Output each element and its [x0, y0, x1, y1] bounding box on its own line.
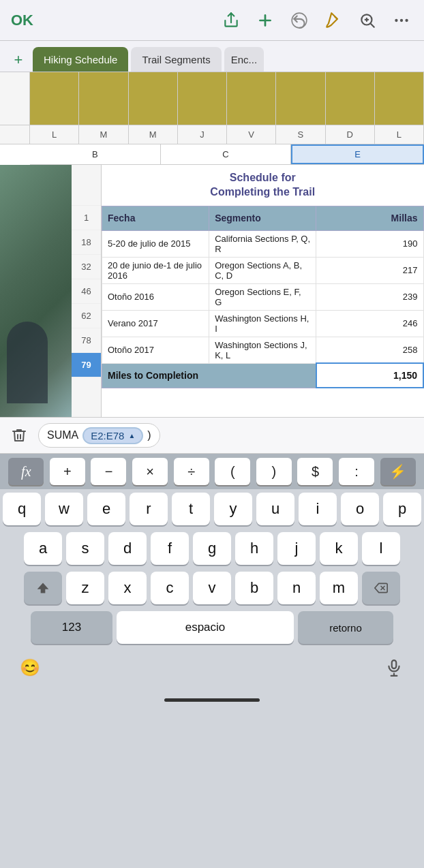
key-n[interactable]: n: [277, 572, 316, 604]
colon-key[interactable]: :: [339, 458, 374, 485]
formula-range-pill[interactable]: E2:E78 ▲: [82, 427, 143, 444]
row-num-78[interactable]: 78: [72, 328, 101, 353]
key-m[interactable]: m: [320, 572, 358, 604]
header-fecha[interactable]: Fecha: [102, 206, 209, 230]
cell-millas-46[interactable]: 239: [316, 283, 423, 310]
formula-cell-B[interactable]: B: [30, 144, 161, 164]
row-num-62[interactable]: 62: [72, 304, 101, 328]
key-a[interactable]: a: [24, 532, 62, 565]
header-segmento[interactable]: Segmento: [209, 206, 316, 230]
minus-key[interactable]: −: [91, 458, 126, 485]
key-k[interactable]: k: [320, 532, 358, 565]
table-total-row: Miles to Completion 1,150: [102, 363, 424, 388]
lparen-key[interactable]: (: [215, 458, 250, 485]
cell-millas-62[interactable]: 246: [316, 310, 423, 337]
key-d[interactable]: d: [108, 532, 147, 565]
plus-key[interactable]: +: [50, 458, 85, 485]
div-key[interactable]: ÷: [174, 458, 209, 485]
cell-segmento-32[interactable]: Oregon Sections A, B, C, D: [209, 257, 316, 283]
total-value[interactable]: 1,150: [316, 363, 423, 388]
cell-millas-32[interactable]: 217: [316, 257, 423, 283]
key-e[interactable]: e: [87, 493, 125, 525]
fx-key[interactable]: fx: [8, 458, 44, 485]
total-label[interactable]: Miles to Completion: [102, 363, 316, 388]
cell-segmento-78[interactable]: Washington Sections J, K, L: [209, 337, 316, 363]
bolt-key[interactable]: ⚡: [380, 458, 416, 485]
undo-icon[interactable]: [288, 9, 311, 32]
key-u[interactable]: u: [256, 493, 294, 525]
photo-panel: [0, 165, 72, 417]
key-y[interactable]: y: [214, 493, 252, 525]
search-icon[interactable]: [356, 9, 379, 32]
add-sheet-button[interactable]: +: [7, 48, 30, 72]
share-icon[interactable]: [219, 9, 243, 32]
key-i[interactable]: i: [299, 493, 337, 525]
ok-button[interactable]: OK: [11, 12, 33, 29]
row-num-32[interactable]: 32: [72, 255, 101, 279]
brush-icon[interactable]: [322, 9, 345, 32]
key-p[interactable]: p: [383, 493, 421, 525]
num-key[interactable]: 123: [31, 611, 112, 644]
key-c[interactable]: c: [151, 572, 189, 604]
key-r[interactable]: r: [130, 493, 168, 525]
cell-segmento-46[interactable]: Oregon Sections E, F, G: [209, 283, 316, 310]
col-cell-7: [326, 72, 375, 125]
formula-cell-E[interactable]: E: [291, 144, 424, 164]
key-q[interactable]: q: [3, 493, 41, 525]
row-num-46[interactable]: 46: [72, 279, 101, 304]
tab-trail-segments[interactable]: Trail Segments: [131, 47, 221, 72]
cell-millas-18[interactable]: 190: [316, 230, 423, 257]
cell-segmento-18[interactable]: California Sections P, Q, R: [209, 230, 316, 257]
emoji-button[interactable]: 😊: [16, 654, 44, 681]
cell-fecha-32[interactable]: 20 de junio de-1 de julio 2016: [102, 257, 209, 283]
key-f[interactable]: f: [151, 532, 189, 565]
cell-segmento-62[interactable]: Washington Sections H, I: [209, 310, 316, 337]
delete-button[interactable]: [7, 423, 31, 448]
space-key[interactable]: espacio: [117, 611, 294, 644]
row-num-18[interactable]: 18: [72, 230, 101, 255]
cell-fecha-46[interactable]: Otoño 2016: [102, 283, 209, 310]
col-letter-V[interactable]: V: [227, 125, 276, 144]
key-b[interactable]: b: [235, 572, 273, 604]
col-letter-M1[interactable]: M: [79, 125, 128, 144]
key-v[interactable]: v: [193, 572, 231, 604]
key-l[interactable]: l: [362, 532, 400, 565]
key-h[interactable]: h: [235, 532, 273, 565]
cell-fecha-62[interactable]: Verano 2017: [102, 310, 209, 337]
svg-point-10: [405, 18, 408, 21]
tab-hiking-schedule[interactable]: Hiking Schedule: [33, 47, 128, 72]
add-icon[interactable]: [254, 9, 277, 32]
col-letter-J[interactable]: J: [178, 125, 227, 144]
row-num-1[interactable]: 1: [72, 206, 101, 230]
col-letter-S[interactable]: S: [276, 125, 325, 144]
key-g[interactable]: g: [193, 532, 231, 565]
backspace-key[interactable]: [362, 572, 400, 604]
col-letter-D[interactable]: D: [326, 125, 375, 144]
tab-enc[interactable]: Enc...: [224, 47, 264, 72]
cell-millas-78[interactable]: 258: [316, 337, 423, 363]
dollar-key[interactable]: $: [297, 458, 333, 485]
shift-key[interactable]: [24, 572, 62, 604]
key-t[interactable]: t: [172, 493, 210, 525]
formula-pill[interactable]: SUMA E2:E78 ▲ ): [38, 423, 160, 448]
col-letter-L1[interactable]: L: [30, 125, 79, 144]
key-z[interactable]: z: [66, 572, 104, 604]
rparen-key[interactable]: ): [256, 458, 292, 485]
key-o[interactable]: o: [341, 493, 379, 525]
col-cell-3: [129, 72, 178, 125]
row-num-79[interactable]: 79: [72, 353, 101, 377]
key-w[interactable]: w: [45, 493, 83, 525]
header-millas[interactable]: Millas: [316, 206, 423, 230]
formula-cell-C[interactable]: C: [161, 144, 292, 164]
cell-fecha-78[interactable]: Otoño 2017: [102, 337, 209, 363]
col-letter-M2[interactable]: M: [129, 125, 178, 144]
key-j[interactable]: j: [277, 532, 316, 565]
return-key[interactable]: retorno: [298, 611, 393, 644]
key-x[interactable]: x: [108, 572, 147, 604]
key-s[interactable]: s: [66, 532, 104, 565]
col-letter-L2[interactable]: L: [375, 125, 424, 144]
times-key[interactable]: ×: [132, 458, 168, 485]
mic-button[interactable]: [380, 654, 408, 681]
more-icon[interactable]: [390, 9, 413, 32]
cell-fecha-18[interactable]: 5-20 de julio de 2015: [102, 230, 209, 257]
